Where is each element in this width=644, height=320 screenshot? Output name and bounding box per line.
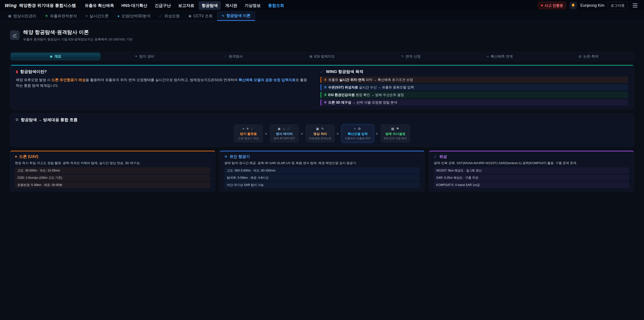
brand-title: 해양환경 위기대응 통합시스템 [19, 3, 76, 8]
top-bar: Wing 해양환경 위기대응 통합시스템 유출유 확산예측 HNS·대기확산 긴… [0, 0, 644, 11]
purpose-text: 파악 → 확산예측 초기조건 보정 [365, 78, 413, 82]
overview-section: ▮ 항공탐색이란? 해양 유류오염 발생 시 드론·유인항공기·위성을 활용하여… [10, 65, 634, 109]
user-name: Eunjeong Kim [580, 3, 604, 8]
notifications-button[interactable] [569, 2, 577, 10]
section-tab-bar: ◉ 개요 ✈ 탐지 장비 ☄ 원격탐사 ▦ ESI 방제지도 ✎ 면적 산정 ∞… [10, 52, 634, 61]
drone-card-description: 현장 즉시 투입·저고도 정밀 촬영. 광학·적외선 카메라 탑재, 실시간 영… [15, 161, 210, 165]
topnav-item-reports[interactable]: 보고자료 [175, 1, 197, 10]
subnav-item-cctv[interactable]: ◉ CCTV 조회 [184, 11, 217, 21]
spec-row: GSD: 1-5cm/px (100m 고도 기준) [15, 175, 210, 181]
flow-diagram: ⌖ ✈ ☄ 탐지 플랫폼 드론·항공기·위성 ▶ ◉ ♨ ☄ 센서 데이터 광학… [15, 125, 629, 142]
tab-remote-sensing[interactable]: ☄ 원격탐사 [189, 53, 278, 60]
tab-detection-equipment[interactable]: ✈ 탐지 장비 [100, 53, 189, 60]
flow-step-subtitle: ESI 연계·자원 배치 [384, 137, 407, 140]
tab-label: 원격탐사 [228, 54, 243, 59]
tab-label: 개요 [54, 54, 62, 59]
tab-prediction-link[interactable]: ∞ 확산예측 연계 [455, 53, 544, 60]
brand-logo: Wing [5, 3, 17, 8]
satellite-spec-rows: NGSST: 5km 해상도 · 일 1회 갱신 SAR: 5-25m 해상도 … [434, 167, 629, 188]
flow-step-title: 센서 데이터 [273, 132, 296, 136]
page-header: 해양 항공탐색·원격탐사 이론 유출유 원격탐지·항공감시 기법·ESI 방제정… [10, 29, 634, 42]
spec-row: NGSST: 5km 해상도 · 일 1회 갱신 [434, 167, 629, 174]
subnav-item-image-management[interactable]: ▣ 영상사진관리 [4, 11, 41, 21]
tab-area-calculation[interactable]: ✎ 면적 산정 [366, 53, 455, 60]
topnav-item-spill-prediction[interactable]: 유출유 확산예측 [82, 1, 117, 10]
hamburger-menu-icon[interactable] [631, 2, 639, 9]
spec-row: 운용반경: 5-30km · 체공: 30-90분 [15, 182, 210, 188]
arrow-right-icon: ▶ [301, 132, 304, 135]
subnav-label: 유출유면적분석 [50, 14, 77, 19]
what-is-heading: ▮ 항공탐색이란? [16, 69, 309, 74]
page-title-chart-icon [10, 31, 20, 40]
logout-button[interactable]: 로그아웃 [608, 2, 628, 10]
purpose-item-position-area: ①유출유 실시간 위치·면적 파악 → 확산예측 초기조건 보정 [320, 77, 628, 83]
subnav-item-pollution-ship-3d[interactable]: ● 오염/선박3D분석 [113, 11, 155, 21]
tab-label: ESI 방제지도 [314, 54, 335, 59]
flow-step-platforms: ⌖ ✈ ☄ 탐지 플랫폼 드론·항공기·위성 [234, 125, 263, 142]
subnav-label: CCTV 조회 [193, 14, 213, 19]
subnav-label: 위성요청 [164, 14, 180, 19]
gear-icon: ⚙ [15, 118, 18, 122]
page-title: 해양 항공탐색·원격탐사 이론 [23, 29, 132, 36]
flow-step-image-processing: ▣ ✎ 영상 처리 좌표변환·면적산정 [306, 125, 334, 142]
topnav-item-emergency-rescue[interactable]: 긴급구난 [152, 1, 174, 10]
tab-papers-patents[interactable]: ▤ 논문·특허 [544, 53, 633, 60]
topnav-item-board[interactable]: 게시판 [222, 1, 240, 10]
image-processing-icons: ▣ ✎ [309, 127, 332, 131]
purpose-text: 현장 확인 → 방제 우선순위 결정 [355, 93, 404, 97]
flow-step-subtitle: 유출위치·유출량·SST [345, 137, 371, 140]
subnav-item-realtime-drone[interactable]: ⌖ 실시간드론 [81, 11, 113, 21]
tab-esi-map[interactable]: ▦ ESI 방제지도 [278, 53, 366, 60]
subnav-label: 항공탐색 이론 [226, 13, 250, 18]
brand[interactable]: Wing 해양환경 위기대응 통합시스템 [5, 3, 76, 8]
subnav-item-aerial-theory[interactable]: ∿ 항공탐색 이론 [217, 11, 255, 21]
satellite-icon: ☄ [320, 70, 324, 74]
subnav-item-satellite-request[interactable]: ☄ 위성요청 [155, 11, 184, 21]
arrow-right-icon: ▶ [376, 132, 378, 135]
topnav-item-aerial-search[interactable]: 항공탐색 [198, 1, 221, 10]
decision-icons: ▦ ⚑ [384, 127, 407, 131]
incident-status-badge[interactable]: 사고 진행중 [538, 2, 566, 10]
drone-card-heading: ⌖ 드론 (UAV) [15, 154, 210, 159]
platform-card-aircraft: ✈ 유인 항공기 광역 탐색·장시간 체공. 광학·IR·SAR·SLAR·UV… [220, 151, 425, 191]
purpose-number: ② [324, 85, 327, 89]
topnav-item-hns-dispersion[interactable]: HNS·대기확산 [118, 1, 150, 10]
pencil-icon: ✎ [401, 55, 404, 58]
top-navigation: 유출유 확산예측 HNS·대기확산 긴급구난 보고자료 항공탐색 게시판 기상정… [82, 1, 287, 10]
flow-step-title: 영상 처리 [309, 132, 332, 136]
text-fragment: 해양 유류오염 발생 시 [16, 78, 52, 82]
purpose-number: ③ [324, 93, 327, 97]
bell-icon [571, 3, 576, 8]
flow-step-sensor-data: ◉ ♨ ☄ 센서 데이터 광학·IR·SAR·SST [270, 125, 299, 142]
main-content: 해양 항공탐색·원격탐사 이론 유출유 원격탐지·항공감시 기법·ESI 방제정… [0, 29, 644, 191]
topnav-item-weather[interactable]: 기상정보 [242, 1, 264, 10]
spec-row: SAR: 5-25m 해상도 · 구름 무관 [434, 175, 629, 181]
model-input-icons: ≈ ⚙ [345, 127, 371, 131]
area-analysis-icon: ✳ [45, 14, 48, 18]
topbar-right-cluster: 사고 진행중 Eunjeong Kim 로그아웃 [538, 2, 639, 10]
card-title: 드론 (UAV) [19, 154, 38, 159]
flow-step-response-decision: ▦ ⚑ 방제 의사결정 ESI 연계·자원 배치 [381, 125, 410, 142]
aircraft-card-description: 광역 탐색·장시간 체공. 광학·IR·SAR·SLAR·UV 등 복합 센서 … [224, 161, 420, 165]
flow-heading: ⚙ 항공탐색 → 방제대응 통합 흐름 [15, 117, 629, 123]
heading-label: 항공탐색 → 방제대응 통합 흐름 [21, 117, 78, 123]
drone-icon: ⌖ [86, 14, 88, 18]
subnav-item-oil-area-analysis[interactable]: ✳ 유출유면적분석 [41, 11, 81, 21]
spec-row: 탐색폭: 5-50km · 체공: 4-8시간 [224, 175, 420, 181]
cctv-icon: ◉ [188, 14, 192, 18]
tab-overview[interactable]: ◉ 개요 [11, 53, 100, 60]
purpose-item-drone-3d: ④드론 3D 재구성 → 선박 식별·오염원 정밀 분석 [320, 99, 628, 106]
satellite-card-description: 광역·반복 관측. SST(NOAA AVHRR·NGSST)·SAR(Sent… [434, 161, 629, 165]
subnav-label: 영상사진관리 [13, 14, 36, 19]
book-icon: ▮ [16, 70, 18, 74]
topnav-item-integrated-search[interactable]: 통합조회 [265, 1, 287, 10]
flow-step-title: 방제 의사결정 [384, 132, 407, 136]
aircraft-spec-rows: 고도: 300-3,000m · 속도: 60-150m/s 탐색폭: 5-50… [224, 167, 420, 188]
what-is-aerial-search-column: ▮ 항공탐색이란? 해양 유류오염 발생 시 드론·유인항공기·위성을 활용하여… [16, 69, 309, 106]
tab-label: 탐지 장비 [139, 54, 154, 59]
purpose-number: ① [324, 78, 327, 82]
purpose-list: ①유출유 실시간 위치·면적 파악 → 확산예측 초기조건 보정 ②수온(SST… [320, 77, 628, 106]
wing-purpose-column: ☄ WING 항공탐색 목적 ①유출유 실시간 위치·면적 파악 → 확산예측 … [320, 69, 628, 106]
incident-badge-label: 사고 진행중 [544, 3, 563, 8]
image-icon: ▣ [8, 14, 12, 18]
